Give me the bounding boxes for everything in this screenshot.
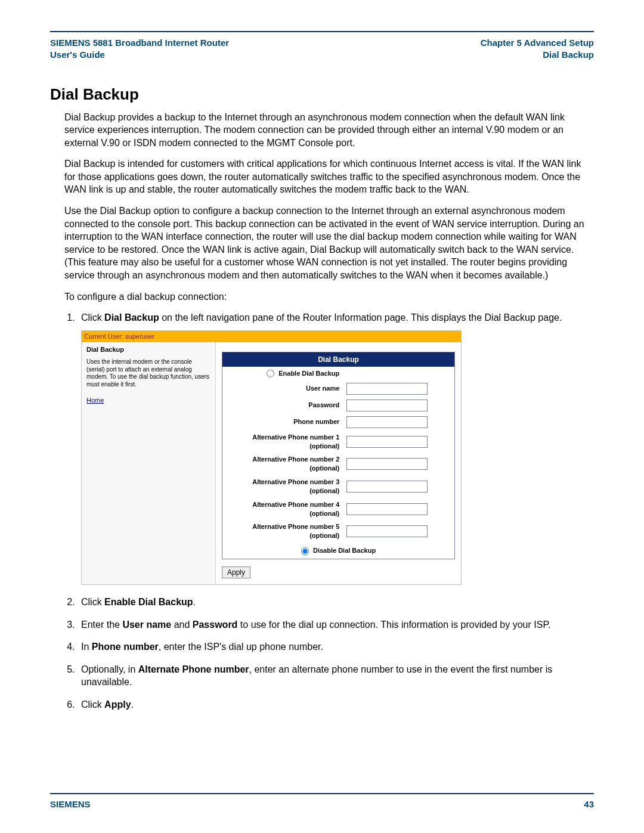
step-4: In Phone number, enter the ISP's dial up… xyxy=(78,640,594,654)
page-header: SIEMENS 5881 Broadband Internet Router U… xyxy=(50,31,594,61)
sidebar-title: Dial Backup xyxy=(86,346,210,354)
paragraph-2: Dial Backup is intended for customers wi… xyxy=(64,157,594,196)
footer-brand: SIEMENS xyxy=(50,799,91,809)
disable-row: Disable Dial Backup xyxy=(222,543,455,559)
alt1-label: Alternative Phone number 1 (optional) xyxy=(222,431,343,453)
sidebar-description: Uses the internal modem or the console (… xyxy=(86,358,210,388)
home-link[interactable]: Home xyxy=(86,397,104,405)
page: SIEMENS 5881 Broadband Internet Router U… xyxy=(0,0,644,833)
paragraph-3: Use the Dial Backup option to configure … xyxy=(64,205,594,282)
alt4-label: Alternative Phone number 4 (optional) xyxy=(222,498,343,521)
apply-button[interactable]: Apply xyxy=(222,566,250,578)
disable-dial-backup-radio[interactable] xyxy=(301,547,309,555)
alt1-input[interactable] xyxy=(346,436,428,448)
page-footer: SIEMENS 43 xyxy=(50,793,594,809)
form-header: Dial Backup xyxy=(222,352,455,367)
section-label: Dial Backup xyxy=(543,49,594,60)
doc-title-line2: User's Guide xyxy=(50,49,105,60)
step-2: Click Enable Dial Backup. xyxy=(78,596,594,609)
page-number: 43 xyxy=(584,799,594,809)
dial-backup-form: Dial Backup Enable Dial Backup User name xyxy=(222,352,455,559)
alt5-label: Alternative Phone number 5 (optional) xyxy=(222,520,343,543)
figure-sidebar: Dial Backup Uses the internal modem or t… xyxy=(82,342,216,584)
alt2-input[interactable] xyxy=(346,458,428,470)
figure-body: Dial Backup Uses the internal modem or t… xyxy=(82,342,461,584)
step-1: Click Dial Backup on the left navigation… xyxy=(78,311,594,585)
header-left: SIEMENS 5881 Broadband Internet Router U… xyxy=(50,37,229,61)
dial-backup-screenshot: Current User: superuser Dial Backup Uses… xyxy=(81,330,462,585)
figure-main: Dial Backup Enable Dial Backup User name xyxy=(216,342,461,584)
step-6: Click Apply. xyxy=(78,698,594,711)
enable-dial-backup-radio[interactable] xyxy=(267,370,274,377)
header-right: Chapter 5 Advanced Setup Dial Backup xyxy=(481,37,594,61)
chapter-label: Chapter 5 Advanced Setup xyxy=(481,38,594,48)
phone-input[interactable] xyxy=(346,416,428,428)
password-input[interactable] xyxy=(346,400,428,411)
alt3-label: Alternative Phone number 3 (optional) xyxy=(222,475,343,498)
section-heading: Dial Backup xyxy=(50,85,594,104)
steps-list: Click Dial Backup on the left navigation… xyxy=(64,311,594,711)
alt3-input[interactable] xyxy=(346,481,428,493)
doc-title-line1: SIEMENS 5881 Broadband Internet Router xyxy=(50,38,229,48)
alt2-label: Alternative Phone number 2 (optional) xyxy=(222,453,343,475)
username-input[interactable] xyxy=(346,383,428,395)
paragraph-4: To configure a dial backup connection: xyxy=(64,290,594,304)
username-label: User name xyxy=(222,380,343,397)
alt5-input[interactable] xyxy=(346,525,428,537)
password-label: Password xyxy=(222,397,343,414)
body-text: Dial Backup provides a backup to the Int… xyxy=(64,111,594,304)
step-3: Enter the User name and Password to use … xyxy=(78,618,594,631)
enable-row: Enable Dial Backup xyxy=(222,367,343,380)
alt4-input[interactable] xyxy=(346,503,428,515)
current-user-bar: Current User: superuser xyxy=(82,331,461,342)
paragraph-1: Dial Backup provides a backup to the Int… xyxy=(64,111,594,150)
phone-label: Phone number xyxy=(222,414,343,431)
step-5: Optionally, in Alternate Phone number, e… xyxy=(78,663,594,689)
